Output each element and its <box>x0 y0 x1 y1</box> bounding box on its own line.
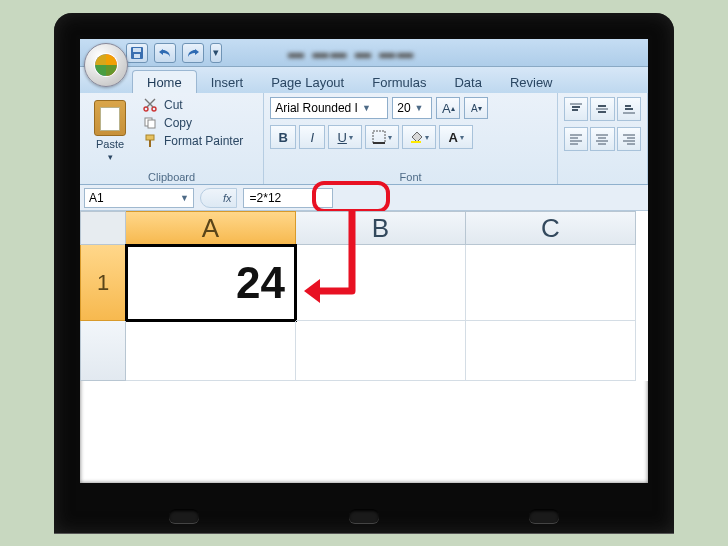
copy-label: Copy <box>164 116 192 130</box>
svg-rect-19 <box>625 105 631 107</box>
cell-a1[interactable]: 24 <box>126 245 296 321</box>
align-right-button[interactable] <box>617 127 641 151</box>
svg-point-5 <box>152 107 156 111</box>
align-bottom-icon <box>622 103 636 115</box>
ribbon: Paste▾ Cut Copy Format Pai <box>80 93 648 185</box>
format-painter-label: Format Painter <box>164 134 243 148</box>
svg-rect-8 <box>146 135 154 140</box>
svg-point-4 <box>144 107 148 111</box>
svg-rect-3 <box>134 54 140 58</box>
svg-rect-7 <box>148 120 155 128</box>
bucket-icon <box>409 130 423 144</box>
screen: ▾ ▬ ▬▬ ▬ ▬▬ Home Insert Page Layout Form… <box>80 39 648 483</box>
tab-data[interactable]: Data <box>440 71 495 93</box>
cell-c2[interactable] <box>466 321 636 381</box>
border-icon <box>372 130 386 144</box>
align-top-button[interactable] <box>564 97 588 121</box>
bold-button[interactable]: B <box>270 125 296 149</box>
office-button[interactable] <box>84 43 128 87</box>
column-header-a[interactable]: A <box>126 211 296 245</box>
tab-formulas[interactable]: Formulas <box>358 71 440 93</box>
align-center-icon <box>595 133 609 145</box>
quick-access-toolbar: ▾ ▬ ▬▬ ▬ ▬▬ <box>80 39 648 67</box>
svg-rect-15 <box>572 109 578 111</box>
save-icon <box>130 46 144 60</box>
align-left-button[interactable] <box>564 127 588 151</box>
cell-b1[interactable] <box>296 245 466 321</box>
svg-rect-2 <box>133 48 141 52</box>
laptop-bezel: ▾ ▬ ▬▬ ▬ ▬▬ Home Insert Page Layout Form… <box>54 13 674 533</box>
row-header-2[interactable] <box>80 321 126 381</box>
formula-bar: A1 ▼ fx =2*12 <box>80 185 648 211</box>
copy-icon <box>142 116 158 130</box>
paste-label: Paste <box>96 138 124 150</box>
cell-c1[interactable] <box>466 245 636 321</box>
column-header-b[interactable]: B <box>296 211 466 245</box>
tab-home[interactable]: Home <box>132 70 197 93</box>
align-middle-icon <box>595 103 609 115</box>
font-size-combo[interactable]: 20▼ <box>392 97 432 119</box>
tab-insert[interactable]: Insert <box>197 71 258 93</box>
svg-rect-16 <box>598 105 606 107</box>
chevron-down-icon: ▼ <box>180 193 189 203</box>
group-font: Arial Rounded I▼ 20▼ A▴ A▾ B I U▾ ▾ <box>264 93 558 184</box>
formula-value: =2*12 <box>250 191 282 205</box>
redo-icon <box>186 47 200 59</box>
name-box[interactable]: A1 ▼ <box>84 188 194 208</box>
italic-button[interactable]: I <box>299 125 325 149</box>
cut-label: Cut <box>164 98 183 112</box>
chevron-down-icon: ▼ <box>362 103 371 113</box>
ribbon-tabs: Home Insert Page Layout Formulas Data Re… <box>80 67 648 93</box>
cut-button[interactable]: Cut <box>140 97 257 113</box>
fx-area: fx <box>200 188 237 208</box>
svg-rect-18 <box>598 111 606 113</box>
laptop-hinge <box>54 499 674 529</box>
cell-a2[interactable] <box>126 321 296 381</box>
fill-color-button[interactable]: ▾ <box>402 125 436 149</box>
select-all-corner[interactable] <box>80 211 126 245</box>
group-alignment <box>558 93 648 184</box>
qat-redo-button[interactable] <box>182 43 204 63</box>
underline-button[interactable]: U▾ <box>328 125 362 149</box>
copy-button[interactable]: Copy <box>140 115 257 131</box>
cell-b2[interactable] <box>296 321 466 381</box>
align-bottom-button[interactable] <box>617 97 641 121</box>
tab-page-layout[interactable]: Page Layout <box>257 71 358 93</box>
svg-rect-14 <box>572 106 580 108</box>
name-box-value: A1 <box>89 191 104 205</box>
group-font-label: Font <box>264 171 557 183</box>
font-size-value: 20 <box>397 101 410 115</box>
row-header-1[interactable]: 1 <box>80 245 126 321</box>
shrink-font-button[interactable]: A▾ <box>464 97 488 119</box>
svg-rect-9 <box>149 140 151 147</box>
undo-icon <box>158 47 172 59</box>
tab-review[interactable]: Review <box>496 71 567 93</box>
align-center-button[interactable] <box>590 127 614 151</box>
format-painter-button[interactable]: Format Painter <box>140 133 257 149</box>
paste-button[interactable]: Paste▾ <box>86 97 134 169</box>
paintbrush-icon <box>142 134 158 148</box>
font-color-button[interactable]: A▾ <box>439 125 473 149</box>
fx-button[interactable]: fx <box>219 192 236 204</box>
formula-input[interactable]: =2*12 <box>243 188 333 208</box>
qat-undo-button[interactable] <box>154 43 176 63</box>
align-middle-button[interactable] <box>590 97 614 121</box>
svg-rect-10 <box>373 131 385 143</box>
border-button[interactable]: ▾ <box>365 125 399 149</box>
office-logo-icon <box>93 52 119 78</box>
grow-font-button[interactable]: A▴ <box>436 97 460 119</box>
qat-save-button[interactable] <box>126 43 148 63</box>
align-top-icon <box>569 103 583 115</box>
scissors-icon <box>142 98 158 112</box>
svg-rect-12 <box>411 141 421 143</box>
spreadsheet-grid: A B C 1 24 <box>80 211 648 381</box>
qat-customize-button[interactable]: ▾ <box>210 43 222 63</box>
chevron-down-icon: ▼ <box>415 103 424 113</box>
font-name-value: Arial Rounded I <box>275 101 358 115</box>
column-header-c[interactable]: C <box>466 211 636 245</box>
title-bar-text: ▬ ▬▬ ▬ ▬▬ <box>288 44 415 62</box>
font-name-combo[interactable]: Arial Rounded I▼ <box>270 97 388 119</box>
group-clipboard-label: Clipboard <box>80 171 263 183</box>
align-right-icon <box>622 133 636 145</box>
svg-rect-20 <box>625 108 633 110</box>
